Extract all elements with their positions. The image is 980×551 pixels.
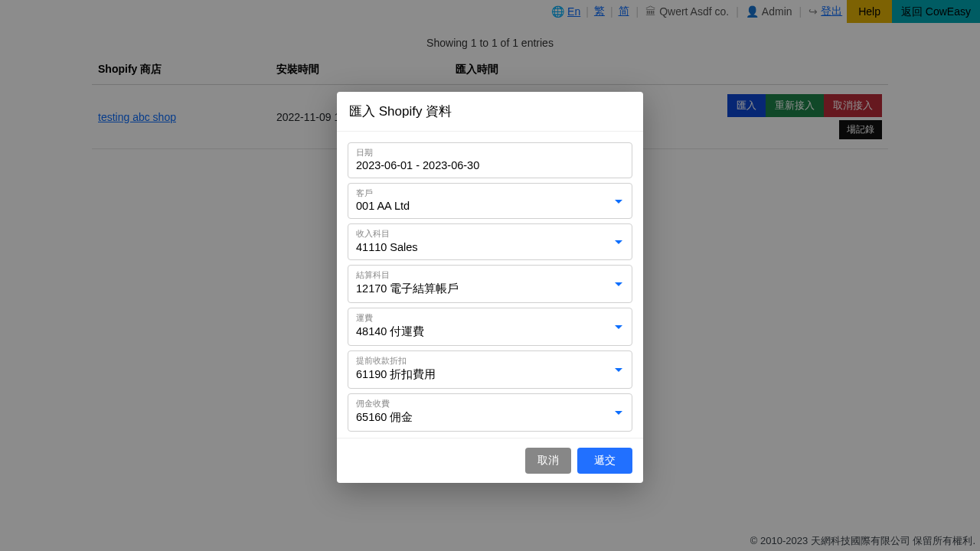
modal-title: 匯入 Shopify 資料 [337,92,643,131]
field-income[interactable]: 收入科目 41110 Sales [348,223,632,259]
value-income: 41110 Sales [356,241,624,253]
field-freight[interactable]: 運費 48140 付運費 [348,308,632,346]
value-freight: 48140 付運費 [356,324,624,339]
label-commission: 佣金收費 [356,399,624,409]
submit-button[interactable]: 遞交 [577,448,632,474]
value-customer: 001 AA Ltd [356,200,624,212]
value-commission: 65160 佣金 [356,410,624,425]
footer-copyright: © 2010-2023 天網科技國際有限公司 保留所有權利. [750,534,975,548]
label-freight: 運費 [356,313,624,323]
cancel-button[interactable]: 取消 [525,448,571,474]
field-commission[interactable]: 佣金收費 65160 佣金 [348,393,632,432]
field-date[interactable]: 日期 2023-06-01 - 2023-06-30 [348,142,632,178]
label-date: 日期 [356,148,624,158]
label-customer: 客戶 [356,188,624,198]
value-date: 2023-06-01 - 2023-06-30 [356,159,624,171]
value-settle: 12170 電子結算帳戶 [356,282,624,296]
field-settle[interactable]: 結算科目 12170 電子結算帳戶 [348,265,632,303]
value-discount: 61190 折扣費用 [356,367,624,382]
import-modal: 匯入 Shopify 資料 日期 2023-06-01 - 2023-06-30… [337,92,643,483]
label-discount: 提前收款折扣 [356,356,624,366]
label-income: 收入科目 [356,229,624,239]
field-customer[interactable]: 客戶 001 AA Ltd [348,183,632,219]
field-discount[interactable]: 提前收款折扣 61190 折扣費用 [348,350,632,389]
label-settle: 結算科目 [356,270,624,280]
